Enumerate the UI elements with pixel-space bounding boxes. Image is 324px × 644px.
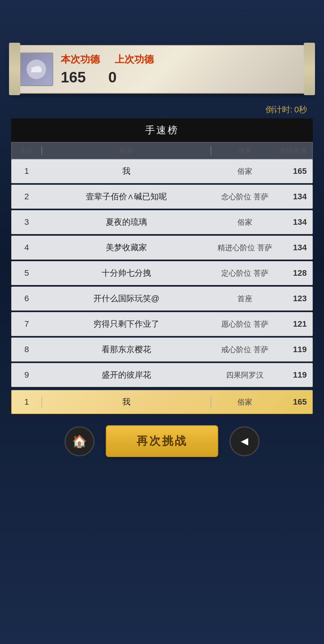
- table-row: 5 十分帅七分拽 定心阶位 菩萨 128: [11, 261, 313, 285]
- my-rank: 1: [12, 397, 42, 407]
- row-speed: 119: [279, 370, 312, 380]
- bottom-buttons: 🏠 再次挑战 ◀: [11, 425, 313, 457]
- row-name: 夏夜的琉璃: [42, 217, 211, 228]
- row-name: 我: [42, 166, 211, 177]
- row-name: 十分帅七分拽: [42, 267, 211, 279]
- row-rank: 9: [12, 370, 42, 380]
- share-icon: ◀: [241, 435, 248, 447]
- last-score-value: 0: [108, 69, 117, 86]
- row-name: 壹辈子佰价∧碱已知呢: [42, 191, 211, 202]
- row-realm: 定心阶位 菩萨: [211, 268, 279, 278]
- row-speed: 134: [279, 243, 312, 253]
- row-speed: 134: [279, 217, 312, 227]
- row-realm: 念心阶位 菩萨: [211, 192, 279, 202]
- row-realm: 俗家: [211, 217, 279, 227]
- col-header-speed: 最快手速: [279, 146, 312, 155]
- my-speed: 165: [279, 397, 312, 407]
- row-realm: 愿心阶位 菩萨: [211, 319, 279, 329]
- row-speed: 165: [279, 166, 312, 176]
- leaderboard-title-bar: 手速榜: [11, 118, 313, 142]
- row-realm: 戒心阶位 菩萨: [211, 345, 279, 355]
- row-name: 盛开的彼岸花: [42, 369, 211, 381]
- row-rank: 5: [12, 268, 42, 278]
- row-rank: 6: [12, 294, 42, 303]
- row-realm: 首座: [211, 294, 279, 304]
- svg-point-1: [31, 67, 34, 70]
- row-name: 开什么国际玩笑@: [42, 293, 211, 304]
- row-realm: 四果阿罗汉: [211, 370, 279, 380]
- table-row: 7 穷得只剩下作业了 愿心阶位 菩萨 121: [11, 312, 313, 336]
- score-info: 本次功德 上次功德 165 0: [61, 53, 304, 86]
- table-row: 1 我 俗家 165: [11, 159, 313, 183]
- table-row: 3 夏夜的琉璃 俗家 134: [11, 210, 313, 234]
- my-name: 我: [42, 396, 211, 408]
- table-row: 9 盛开的彼岸花 四果阿罗汉 119: [11, 363, 313, 387]
- row-speed: 121: [279, 319, 312, 329]
- score-banner: 本次功德 上次功德 165 0: [11, 45, 313, 94]
- table-header: 名次 昵称 境界 最快手速: [11, 142, 313, 159]
- my-realm: 俗家: [211, 397, 279, 407]
- row-speed: 134: [279, 192, 312, 202]
- countdown-bar: 倒计时: 0秒: [11, 101, 313, 118]
- row-name: 穷得只剩下作业了: [42, 318, 211, 330]
- share-button[interactable]: ◀: [230, 426, 260, 456]
- row-name: 美梦收藏家: [42, 242, 211, 253]
- row-rank: 3: [12, 217, 42, 227]
- last-score-label: 上次功德: [115, 53, 154, 66]
- challenge-button[interactable]: 再次挑战: [106, 425, 218, 457]
- row-rank: 1: [12, 166, 42, 176]
- current-score-label: 本次功德: [61, 53, 100, 66]
- countdown-label: 倒计时:: [266, 104, 292, 115]
- table-row: 6 开什么国际玩笑@ 首座 123: [11, 287, 313, 311]
- row-rank: 4: [12, 243, 42, 253]
- row-rank: 7: [12, 319, 42, 329]
- table-row: 8 看那东京樱花 戒心阶位 菩萨 119: [11, 338, 313, 362]
- col-header-rank: 名次: [12, 146, 42, 155]
- countdown-value: 0秒: [294, 104, 307, 115]
- row-speed: 128: [279, 268, 312, 278]
- row-realm: 精进心阶位 菩萨: [211, 243, 279, 253]
- my-row: 1 我 俗家 165: [11, 390, 313, 414]
- row-rank: 8: [12, 345, 42, 354]
- row-realm: 俗家: [211, 166, 279, 176]
- col-header-realm: 境界: [211, 146, 279, 155]
- row-speed: 119: [279, 345, 312, 354]
- leaderboard-title: 手速榜: [145, 124, 179, 136]
- table-row: 4 美梦收藏家 精进心阶位 菩萨 134: [11, 236, 313, 260]
- current-score-value: 165: [61, 69, 86, 86]
- leaderboard-list: 1 我 俗家 165 2 壹辈子佰价∧碱已知呢 念心阶位 菩萨 134 3 夏夜…: [11, 159, 313, 387]
- home-button[interactable]: 🏠: [64, 426, 94, 456]
- home-icon: 🏠: [72, 434, 87, 448]
- table-row: 2 壹辈子佰价∧碱已知呢 念心阶位 菩萨 134: [11, 185, 313, 209]
- row-speed: 123: [279, 294, 312, 303]
- row-rank: 2: [12, 192, 42, 202]
- avatar: [20, 52, 53, 86]
- col-header-name: 昵称: [42, 146, 211, 155]
- row-name: 看那东京樱花: [42, 344, 211, 355]
